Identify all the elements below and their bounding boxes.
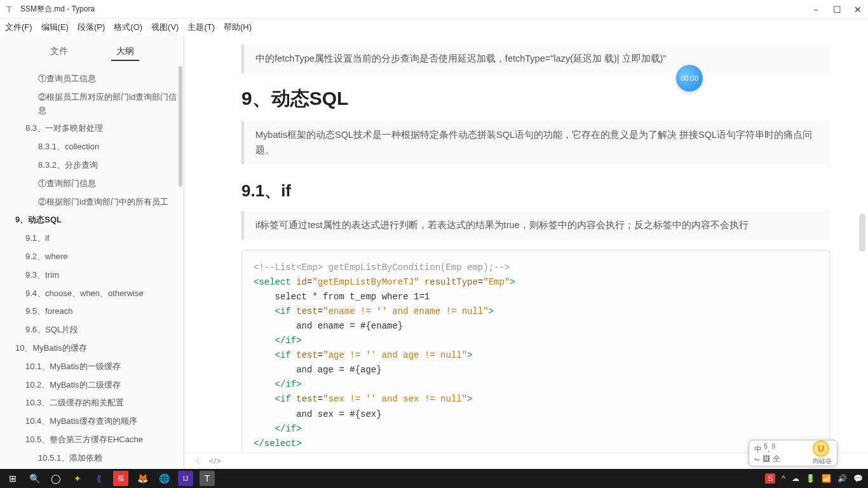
tray-up-icon[interactable]: ^ <box>782 474 785 483</box>
prev-blockquote: 中的fetchType属性设置当前的分步查询是否使用延迟加载，fetchType… <box>241 44 830 73</box>
tab-file[interactable]: 文件 <box>45 43 73 61</box>
app-icon-3[interactable]: 福 <box>113 471 128 486</box>
window-title: SSM整合.md - Typora <box>20 4 811 15</box>
editor-content[interactable]: 00:00 中的fetchType属性设置当前的分步查询是否使用延迟加载，fet… <box>184 36 868 452</box>
outline-item[interactable]: ②根据员工所对应的部门id查询部门信息 <box>8 88 184 120</box>
typora-icon[interactable]: T <box>200 471 215 486</box>
back-icon[interactable]: 〈 <box>192 456 200 467</box>
brand-text: 尚硅谷 <box>813 457 832 466</box>
ime-panel[interactable]: 中 5, 9 ⌙ 🖼 全 U 尚硅谷 <box>749 440 837 466</box>
sidebar: 文件 大纲 ①查询员工信息②根据员工所对应的部门id查询部门信息8.3、一对多映… <box>0 36 184 469</box>
outline-item[interactable]: 9.1、if <box>8 229 184 248</box>
outline-item[interactable]: 10.5.2、各jar包功能 <box>8 468 184 469</box>
app-icon: T <box>6 4 17 15</box>
timer-badge[interactable]: 00:00 <box>676 65 703 92</box>
outline-item[interactable]: 10.5、整合第三方缓存EHCache <box>8 431 184 449</box>
menu-view[interactable]: 视图(V) <box>151 22 179 33</box>
code-block-xml[interactable]: <!--List<Emp> getEmpListByCondition(Emp … <box>241 250 830 452</box>
outline-item[interactable]: 8.3、一对多映射处理 <box>8 119 184 138</box>
system-tray[interactable]: S ^ ☁ 🔋 📶 🔊 💬 <box>765 473 863 484</box>
cortana-icon[interactable]: ◯ <box>48 471 64 486</box>
outline-list[interactable]: ①查询员工信息②根据员工所对应的部门id查询部门信息8.3、一对多映射处理8.3… <box>0 66 184 469</box>
maximize-button[interactable]: ☐ <box>833 5 841 14</box>
outline-item[interactable]: 10.3、二级缓存的相关配置 <box>8 394 184 412</box>
app-icon-1[interactable]: ✦ <box>70 471 85 486</box>
minimize-button[interactable]: － <box>811 5 820 14</box>
volume-icon[interactable]: 🔊 <box>837 474 847 483</box>
app-icon-2[interactable]: ⟪ <box>92 471 107 486</box>
menu-format[interactable]: 格式(O) <box>114 22 142 33</box>
outline-item[interactable]: 10.5.1、添加依赖 <box>8 449 184 468</box>
outline-item[interactable]: 9.6、SQL片段 <box>8 321 184 339</box>
outline-item[interactable]: ②根据部门id查询部门中的所有员工 <box>8 193 184 212</box>
close-button[interactable]: ✕ <box>854 5 862 14</box>
firefox-icon[interactable]: 🦊 <box>135 471 150 486</box>
notification-icon[interactable]: 💬 <box>853 474 863 483</box>
outline-item[interactable]: 10.4、MyBatis缓存查询的顺序 <box>8 412 184 431</box>
menu-edit[interactable]: 编辑(E) <box>41 22 69 33</box>
search-icon[interactable]: 🔍 <box>27 471 42 486</box>
content-scrollbar[interactable] <box>859 214 865 252</box>
menubar: 文件(F) 编辑(E) 段落(P) 格式(O) 视图(V) 主题(T) 帮助(H… <box>0 19 868 36</box>
menu-file[interactable]: 文件(F) <box>5 22 32 33</box>
titlebar: T SSM整合.md - Typora － ☐ ✕ <box>0 0 868 19</box>
blockquote-if: if标签可通过test属性的表达式进行判断，若表达式的结果为true，则标签中的… <box>241 211 830 240</box>
menu-paragraph[interactable]: 段落(P) <box>78 22 105 33</box>
outline-item[interactable]: 9.2、where <box>8 248 184 266</box>
scrollbar-thumb[interactable] <box>179 66 182 187</box>
outline-item[interactable]: 9、动态SQL <box>8 211 184 229</box>
blockquote-intro: Mybatis框架的动态SQL技术是一种根据特定条件动态拼装SQL语句的功能，它… <box>241 121 830 165</box>
source-mode-icon[interactable]: </> <box>209 456 221 466</box>
outline-item[interactable]: 8.3.2、分步查询 <box>8 156 184 175</box>
ide-icon[interactable]: IJ <box>178 471 193 486</box>
battery-icon[interactable]: 🔋 <box>806 474 815 483</box>
brand-icon: U <box>813 440 829 457</box>
start-icon[interactable]: ⊞ <box>5 471 20 486</box>
menu-help[interactable]: 帮助(H) <box>224 22 252 33</box>
tray-app-icon[interactable]: S <box>765 473 775 484</box>
outline-item[interactable]: 9.4、choose、when、otherwise <box>8 285 184 303</box>
tab-outline[interactable]: 大纲 <box>111 43 139 61</box>
heading-9-1: 9.1、if <box>241 180 830 202</box>
cloud-icon[interactable]: ☁ <box>792 474 799 483</box>
outline-item[interactable]: ①查询部门信息 <box>8 175 184 193</box>
outline-item[interactable]: 9.5、foreach <box>8 302 184 321</box>
taskbar: ⊞ 🔍 ◯ ✦ ⟪ 福 🦊 🌐 IJ T S ^ ☁ 🔋 📶 🔊 💬 <box>0 469 868 488</box>
menu-theme[interactable]: 主题(T) <box>187 22 215 33</box>
wifi-icon[interactable]: 📶 <box>822 474 831 483</box>
outline-item[interactable]: 10.2、MyBatis的二级缓存 <box>8 376 184 395</box>
window-controls: － ☐ ✕ <box>811 5 862 14</box>
outline-item[interactable]: 10.1、MyBatis的一级缓存 <box>8 358 184 376</box>
heading-9: 9、动态SQL <box>241 86 830 112</box>
outline-item[interactable]: 9.3、trim <box>8 266 184 285</box>
outline-item[interactable]: 8.3.1、collection <box>8 138 184 156</box>
outline-item[interactable]: ①查询员工信息 <box>8 70 184 88</box>
outline-item[interactable]: 10、MyBatis的缓存 <box>8 339 184 358</box>
chrome-icon[interactable]: 🌐 <box>156 471 172 486</box>
